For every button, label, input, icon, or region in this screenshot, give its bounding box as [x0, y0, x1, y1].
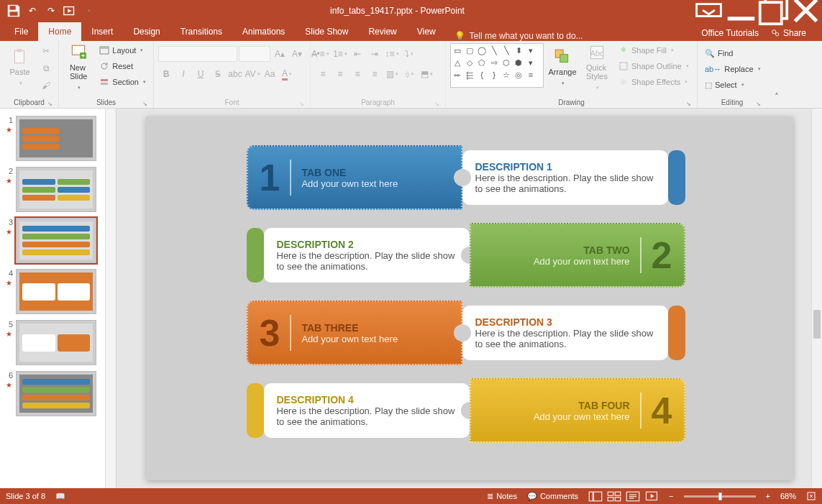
tab-review[interactable]: Review [358, 22, 406, 41]
zoom-slider[interactable] [684, 495, 756, 498]
redo-icon[interactable]: ↷ [43, 3, 59, 19]
shape-effects-button[interactable]: Shape Effects [616, 75, 692, 89]
slide-counter[interactable]: Slide 3 of 8 [6, 492, 45, 500]
slide-thumbnail-6[interactable] [16, 371, 96, 416]
slideshow-view-icon[interactable] [644, 490, 659, 502]
save-icon[interactable] [6, 3, 22, 19]
select-button[interactable]: ⬚Select [702, 78, 764, 92]
ribbon-options-icon[interactable] [693, 0, 725, 21]
replace-button[interactable]: ab↔Replace [702, 62, 764, 76]
slide-thumbnail-1[interactable] [16, 116, 96, 161]
slide-thumbnail-3[interactable] [16, 218, 96, 263]
underline-icon[interactable]: U [193, 66, 209, 82]
desc-card-1[interactable]: DESCRIPTION 1 Here is the description. P… [462, 150, 668, 205]
char-spacing-icon[interactable]: AV [245, 66, 260, 82]
tab-view[interactable]: View [407, 22, 446, 41]
quick-styles-button[interactable]: Abc Quick Styles [581, 43, 613, 91]
italic-icon[interactable]: I [175, 66, 191, 82]
section-button[interactable]: Section [96, 75, 149, 89]
fit-to-window-icon[interactable] [806, 491, 816, 501]
zoom-slider-thumb[interactable] [718, 492, 722, 500]
desc-card-2[interactable]: DESCRIPTION 2 Here is the description. P… [264, 228, 470, 283]
tab-card-4[interactable]: TAB FOUR Add your own text here 4 [470, 378, 685, 443]
align-text-icon[interactable]: ⎀ [401, 66, 417, 82]
change-case-icon[interactable]: Aa [262, 66, 278, 82]
find-button[interactable]: 🔍Find [702, 46, 764, 60]
grow-font-icon[interactable]: A▴ [272, 46, 288, 62]
paste-button[interactable]: Paste [4, 43, 35, 91]
slide-thumbnail-2[interactable] [16, 167, 96, 212]
increase-indent-icon[interactable]: ⇥ [367, 46, 383, 62]
format-painter-icon[interactable]: 🖌 [38, 78, 54, 93]
align-right-icon[interactable]: ≡ [350, 66, 365, 82]
copy-icon[interactable]: ⧉ [38, 60, 54, 76]
tab-slideshow[interactable]: Slide Show [295, 22, 358, 41]
account-label[interactable]: Office Tutorials [701, 28, 759, 38]
normal-view-icon[interactable] [588, 490, 603, 502]
tab-design[interactable]: Design [123, 22, 170, 41]
align-center-icon[interactable]: ≡ [332, 66, 348, 82]
sorter-view-icon[interactable] [607, 490, 621, 502]
zoom-level[interactable]: 68% [780, 492, 796, 500]
font-name-combo[interactable] [158, 46, 237, 62]
tell-me-search[interactable]: 💡 Tell me what you want to do... [455, 31, 583, 41]
new-slide-button[interactable]: New Slide [63, 43, 93, 91]
collapse-ribbon-icon[interactable]: ˄ [769, 89, 785, 105]
reading-view-icon[interactable] [626, 490, 640, 502]
layout-button[interactable]: Layout [96, 43, 149, 58]
close-icon[interactable] [790, 0, 822, 21]
tab-insert[interactable]: Insert [81, 22, 123, 41]
share-button[interactable]: Share [764, 25, 812, 41]
tab-card-3[interactable]: 3 TAB THREE Add your own text here [247, 301, 462, 365]
notes-button[interactable]: ≣Notes [487, 492, 517, 501]
shape-fill-button[interactable]: Shape Fill [616, 43, 692, 58]
strikethrough-icon[interactable]: S̶ [210, 66, 226, 82]
shrink-font-icon[interactable]: A▾ [289, 46, 305, 62]
zoom-out-icon[interactable]: − [669, 492, 673, 500]
file-tab[interactable]: File [4, 22, 38, 41]
justify-icon[interactable]: ≡ [367, 66, 383, 82]
tab-card-2[interactable]: TAB TWO Add your own text here 2 [470, 223, 685, 288]
align-left-icon[interactable]: ≡ [315, 66, 331, 82]
arrange-button[interactable]: Arrange [547, 43, 578, 91]
text-direction-icon[interactable]: ⤵ [401, 46, 417, 62]
shapes-gallery[interactable]: ▭▢◯╲╲⬍▾ △◇⬠⇨⬡⬢▾ ⬰⬱{}☆◎≡ [450, 43, 544, 88]
reset-button[interactable]: Reset [96, 59, 149, 73]
restore-icon[interactable] [757, 0, 790, 21]
thumbs-scrollbar[interactable] [105, 109, 116, 488]
zoom-in-icon[interactable]: + [766, 492, 770, 500]
bold-icon[interactable]: B [158, 66, 174, 82]
scrollbar-handle[interactable] [813, 310, 821, 339]
undo-icon[interactable]: ↶ [24, 3, 40, 19]
cut-icon[interactable]: ✂ [38, 43, 54, 59]
desc-card-4[interactable]: DESCRIPTION 4 Here is the description. P… [264, 383, 470, 438]
tab-transitions[interactable]: Transitions [170, 22, 232, 41]
shape-outline-button[interactable]: Shape Outline [616, 59, 692, 73]
comments-button[interactable]: 💬Comments [527, 492, 578, 501]
slide-thumbnail-5[interactable] [16, 320, 96, 365]
qat-customize-icon[interactable] [81, 3, 96, 19]
start-from-beginning-icon[interactable] [62, 3, 78, 19]
columns-icon[interactable]: ▥ [384, 66, 400, 82]
decrease-indent-icon[interactable]: ⇤ [350, 46, 365, 62]
tab-animations[interactable]: Animations [232, 22, 295, 41]
bullets-icon[interactable]: •≡ [315, 46, 331, 62]
svg-rect-24 [608, 492, 613, 495]
clear-formatting-icon[interactable]: A̶ [306, 46, 322, 62]
vertical-scrollbar[interactable] [811, 109, 822, 488]
shadow-icon[interactable]: abc [227, 66, 243, 82]
desc-card-3[interactable]: DESCRIPTION 3 Here is the description. P… [462, 306, 668, 360]
slide-thumbnail-4[interactable] [16, 269, 96, 314]
font-size-combo[interactable] [239, 46, 270, 62]
numbering-icon[interactable]: 1≡ [332, 46, 348, 62]
smartart-icon[interactable]: ⬒ [419, 66, 434, 82]
font-color-icon[interactable]: A [279, 66, 295, 82]
tab-home[interactable]: Home [38, 22, 81, 41]
minimize-icon[interactable] [725, 0, 757, 21]
select-icon: ⬚ [705, 81, 712, 90]
spellcheck-icon[interactable]: 📖 [55, 492, 65, 501]
line-spacing-icon[interactable]: ↕≡ [384, 46, 400, 62]
slide-canvas-area[interactable]: 1 TAB ONE Add your own text here DESCRIP… [117, 109, 822, 488]
slide-canvas[interactable]: 1 TAB ONE Add your own text here DESCRIP… [146, 116, 793, 480]
tab-card-1[interactable]: 1 TAB ONE Add your own text here [247, 145, 462, 210]
